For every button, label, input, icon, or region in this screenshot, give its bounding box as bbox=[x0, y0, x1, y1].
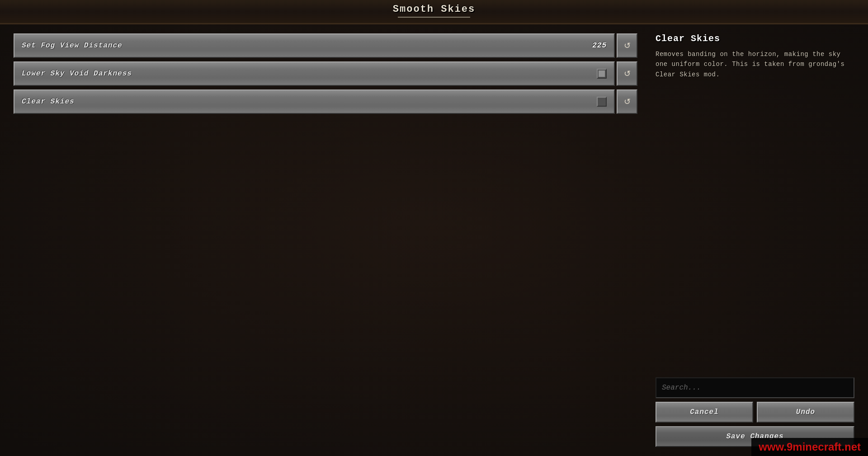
undo-button[interactable]: Undo bbox=[757, 402, 854, 423]
reset-icon: ↺ bbox=[624, 41, 631, 51]
void-label: Lower Sky Void Darkness bbox=[22, 70, 132, 78]
description-title: Clear Skies bbox=[656, 33, 854, 44]
fog-label: Set Fog View Distance bbox=[22, 42, 123, 50]
clear-skies-checkbox[interactable] bbox=[597, 97, 607, 107]
clear-skies-reset-button[interactable]: ↺ bbox=[617, 89, 637, 114]
button-row: Cancel Undo bbox=[656, 402, 854, 423]
description-content: Clear Skies Removes banding on the horiz… bbox=[656, 33, 854, 377]
watermark-text: www.9minecraft.net bbox=[759, 441, 861, 453]
lower-sky-void-button[interactable]: Lower Sky Void Darkness bbox=[14, 61, 615, 86]
cancel-button[interactable]: Cancel bbox=[656, 402, 753, 423]
page-title: Smooth Skies bbox=[0, 4, 868, 15]
bottom-controls: Cancel Undo Save Changes bbox=[656, 377, 854, 447]
clear-skies-button[interactable]: Clear Skies bbox=[14, 89, 615, 114]
clear-skies-label: Clear Skies bbox=[22, 98, 75, 106]
option-row-fog: Set Fog View Distance 225 ↺ bbox=[14, 33, 637, 58]
void-reset-button[interactable]: ↺ bbox=[617, 61, 637, 86]
reset-icon-3: ↺ bbox=[624, 97, 631, 107]
reset-icon-2: ↺ bbox=[624, 69, 631, 79]
void-checkbox[interactable] bbox=[597, 69, 607, 79]
description-text: Removes banding on the horizon, making t… bbox=[656, 49, 854, 80]
watermark: www.9minecraft.net bbox=[751, 438, 868, 456]
option-row-void: Lower Sky Void Darkness ↺ bbox=[14, 61, 637, 86]
search-input[interactable] bbox=[656, 377, 854, 398]
title-bar: Smooth Skies bbox=[0, 0, 868, 24]
description-panel: Clear Skies Removes banding on the horiz… bbox=[646, 33, 854, 447]
fog-value: 225 bbox=[592, 42, 607, 50]
options-panel: Set Fog View Distance 225 ↺ Lower Sky Vo… bbox=[14, 33, 646, 447]
fog-view-distance-button[interactable]: Set Fog View Distance 225 bbox=[14, 33, 615, 58]
fog-reset-button[interactable]: ↺ bbox=[617, 33, 637, 58]
option-row-clear-skies: Clear Skies ↺ bbox=[14, 89, 637, 114]
main-content: Set Fog View Distance 225 ↺ Lower Sky Vo… bbox=[0, 24, 868, 456]
title-underline bbox=[398, 17, 470, 18]
